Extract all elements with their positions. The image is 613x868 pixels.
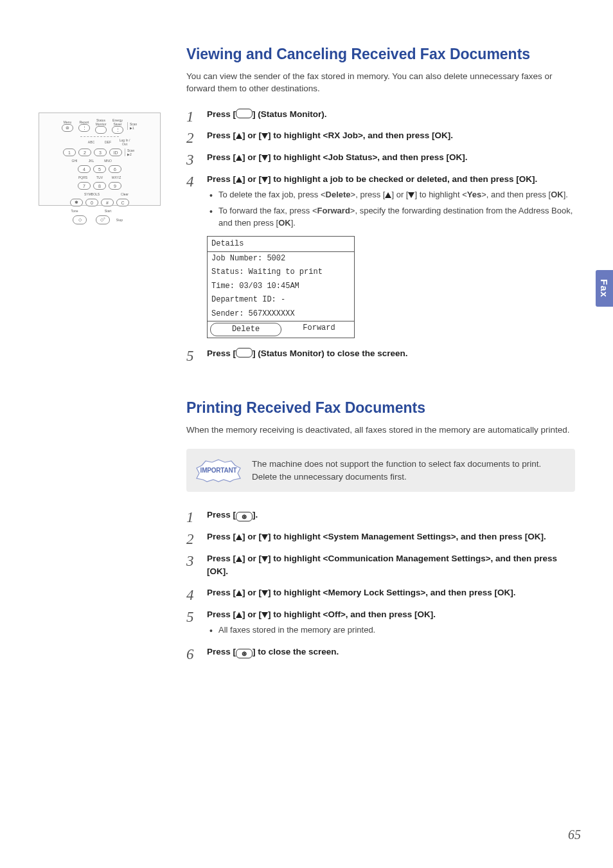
down-arrow-icon [262, 612, 268, 618]
steps-list-2: Press []. Press [] or [] to highlight <S… [186, 509, 575, 658]
step-1-1: Press [] (Status Monitor). [186, 108, 575, 121]
page-number: 65 [568, 827, 581, 842]
steps-list-1: Press [] (Status Monitor). Press [] or [… [186, 108, 575, 360]
step-1-5: Press [] (Status Monitor) to close the s… [186, 347, 575, 360]
heading-printing-received: Printing Received Fax Documents [186, 399, 575, 417]
step-2-4: Press [] or [] to highlight <Memory Lock… [186, 586, 575, 599]
lcd-row: Job Number: 5002 [208, 252, 354, 266]
intro-text-2: When the memory receiving is deactivated… [186, 424, 575, 437]
step-1-4-bullet-1: To delete the fax job, press <Delete>, p… [209, 189, 575, 201]
lcd-row: Status: Waiting to print [208, 266, 354, 279]
menu-key-icon [236, 512, 253, 521]
step-2-5: Press [] or [] to highlight <Off>, and t… [186, 608, 575, 637]
important-callout: IMPORTANT The machine does not support t… [186, 449, 575, 492]
up-arrow-icon [236, 133, 242, 139]
up-arrow-icon [236, 177, 242, 183]
lcd-row: Time: 03/03 10:45AM [208, 280, 354, 293]
step-2-6: Press [] to close the screen. [186, 646, 575, 658]
important-badge-icon: IMPORTANT [195, 459, 242, 482]
intro-text-1: You can view the sender of the fax store… [186, 70, 575, 95]
menu-key-icon [236, 649, 253, 658]
step-1-4-bullet-2: To forward the fax, press <Forward>, spe… [209, 205, 575, 230]
up-arrow-icon [236, 556, 242, 562]
lcd-details-panel: Details Job Number: 5002 Status: Waiting… [207, 236, 355, 339]
down-arrow-icon [262, 590, 268, 596]
lcd-title: Details [208, 237, 354, 252]
important-text: The machine does not support the functio… [252, 458, 565, 483]
heading-viewing-canceling: Viewing and Canceling Received Fax Docum… [186, 45, 575, 64]
step-2-3: Press [] or [] to highlight <Communicati… [186, 552, 575, 577]
step-1-2: Press [] or [] to highlight <RX Job>, an… [186, 129, 575, 142]
up-arrow-icon [236, 534, 242, 540]
lcd-forward-button: Forward [284, 321, 354, 338]
lcd-delete-button: Delete [210, 323, 281, 336]
lcd-row: Sender: 567XXXXXXX [208, 307, 354, 321]
down-arrow-icon [262, 534, 268, 540]
step-2-5-bullet: All faxes stored in the memory are print… [209, 624, 575, 637]
control-panel-illustration: Menu⊛ Report⋮ Status Monitor Energy Save… [39, 113, 161, 206]
up-arrow-icon [236, 155, 242, 161]
down-arrow-icon [408, 192, 414, 198]
down-arrow-icon [262, 177, 268, 183]
up-arrow-icon [236, 590, 242, 596]
step-1-3: Press [] or [] to highlight <Job Status>… [186, 151, 575, 164]
down-arrow-icon [262, 556, 268, 562]
step-1-4: Press [] or [] to highlight a job to be … [186, 173, 575, 339]
up-arrow-icon [385, 192, 391, 198]
step-2-1: Press []. [186, 509, 575, 521]
step-2-2: Press [] or [] to highlight <System Mana… [186, 530, 575, 543]
lcd-row: Department ID: - [208, 293, 354, 307]
up-arrow-icon [236, 612, 242, 618]
down-arrow-icon [262, 155, 268, 161]
side-tab-fax: Fax [596, 270, 613, 307]
status-monitor-key-icon [236, 348, 253, 357]
status-monitor-key-icon [236, 109, 253, 118]
down-arrow-icon [262, 133, 268, 139]
